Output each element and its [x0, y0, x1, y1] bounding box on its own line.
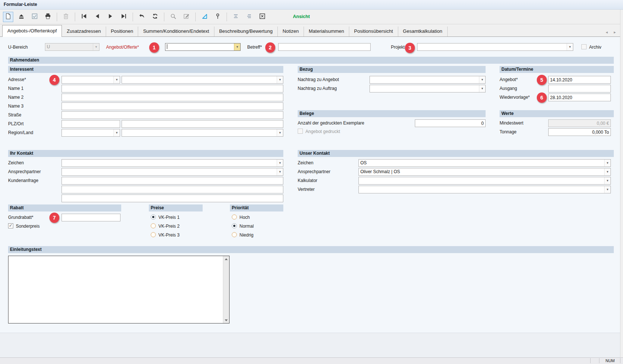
grundrabatt-input[interactable] — [62, 214, 120, 221]
pin-button[interactable] — [213, 12, 223, 22]
previous-record-button[interactable] — [92, 12, 102, 22]
tab-materialsummen[interactable]: Materialsummen — [304, 27, 349, 36]
ausgang-input[interactable] — [548, 85, 611, 92]
mindestwert-input[interactable] — [548, 119, 611, 127]
land-combobox[interactable] — [122, 129, 283, 137]
align-right-icon — [246, 13, 252, 21]
sonderpreis-checkbox[interactable] — [8, 223, 13, 228]
adresse-label: Adresse* — [8, 77, 26, 83]
edit-button[interactable] — [181, 12, 192, 22]
prioritaet-hoch-radio[interactable] — [232, 214, 237, 220]
plz-ort-label: PLZ/Ort — [8, 121, 24, 127]
strasse-input[interactable] — [62, 111, 283, 119]
combo-dropdown-icon[interactable] — [479, 85, 485, 92]
tonnage-input[interactable] — [548, 128, 611, 136]
angebot-gedruckt-checkbox[interactable] — [298, 129, 303, 134]
ort-input[interactable] — [122, 120, 283, 128]
undo-button[interactable] — [137, 12, 147, 22]
search-button[interactable] — [168, 12, 178, 22]
new-document-button[interactable] — [3, 12, 13, 22]
close-box-button[interactable] — [257, 12, 267, 22]
print-button[interactable] — [43, 12, 53, 22]
betreff-input[interactable] — [278, 43, 371, 51]
combo-dropdown-icon[interactable] — [234, 43, 240, 50]
last-record-button[interactable] — [119, 12, 129, 22]
angebot-datum-input[interactable] — [548, 76, 611, 84]
combo-dropdown-icon[interactable] — [93, 43, 99, 50]
kundenanfrage-input-2[interactable] — [62, 186, 283, 193]
ihr-ansprechpartner-combobox[interactable] — [62, 168, 283, 176]
unser-zeichen-combobox[interactable]: OS — [358, 159, 611, 167]
tab-scroll-right-icon[interactable] — [614, 30, 616, 35]
app-window: Formular-Leiste Ansicht Angebots-/Offert… — [0, 0, 623, 364]
confirm-checkbox-button[interactable] — [29, 12, 40, 22]
tab-summen-konditionen-endetext[interactable]: Summen/Konditionen/Endetext — [138, 27, 214, 36]
kundenanfrage-input-3[interactable] — [62, 195, 283, 202]
angebot-offerte-combobox[interactable] — [165, 43, 241, 51]
kundenanfrage-input-1[interactable] — [62, 177, 283, 185]
eject-button[interactable] — [16, 12, 27, 22]
tab-positionen[interactable]: Positionen — [106, 27, 139, 36]
combo-dropdown-icon[interactable] — [604, 186, 610, 193]
next-record-button[interactable] — [105, 12, 116, 22]
tab-angebots-offertenkopf[interactable]: Angebots-/Offertenkopf — [2, 25, 62, 37]
delete-button[interactable] — [61, 12, 71, 22]
region-combobox[interactable] — [62, 129, 120, 137]
combo-dropdown-icon[interactable] — [604, 177, 610, 184]
refresh-button[interactable] — [150, 12, 160, 22]
align-center-button[interactable] — [231, 12, 241, 22]
einleitungstext-textarea[interactable] — [8, 256, 230, 323]
wiedervorlage-input[interactable] — [548, 94, 611, 101]
align-right-button[interactable] — [244, 12, 254, 22]
vk-preis-2-radio[interactable] — [151, 223, 156, 228]
scroll-down-icon[interactable] — [223, 317, 229, 323]
rahmendaten-header: Rahmendaten — [8, 57, 614, 64]
tab-positionsuebersicht[interactable]: Positionsübersicht — [349, 27, 398, 36]
combo-dropdown-icon[interactable] — [113, 129, 120, 136]
name3-label: Name 3 — [8, 104, 24, 109]
first-record-button[interactable] — [79, 12, 89, 22]
anzahl-exemplare-input[interactable] — [415, 119, 486, 127]
adresse-name-combobox[interactable] — [122, 76, 283, 84]
pin-icon — [214, 13, 221, 21]
archiv-checkbox[interactable] — [581, 44, 587, 49]
plz-input[interactable] — [62, 120, 120, 128]
name1-input[interactable] — [62, 85, 283, 92]
vk-preis-1-radio[interactable] — [151, 214, 156, 220]
tab-notizen[interactable]: Notizen — [278, 27, 304, 36]
combo-dropdown-icon[interactable] — [277, 168, 283, 175]
textarea-scrollbar[interactable] — [223, 256, 229, 323]
name2-input[interactable] — [62, 94, 283, 101]
combo-dropdown-icon[interactable] — [277, 76, 283, 83]
nachtrag-angebot-combobox[interactable] — [370, 76, 486, 84]
vk-preis-3-radio[interactable] — [151, 232, 156, 237]
combo-dropdown-icon[interactable] — [277, 160, 283, 167]
tab-gesamtkalkulation[interactable]: Gesamtkalkulation — [398, 27, 448, 36]
next-record-icon — [107, 13, 114, 21]
tab-zusatzadressen[interactable]: Zusatzadressen — [62, 27, 106, 36]
num-indicator: NUM — [601, 358, 620, 363]
filter-button[interactable] — [199, 12, 210, 22]
adresse-name-value — [122, 76, 277, 83]
vertreter-combobox[interactable] — [358, 186, 611, 193]
combo-dropdown-icon[interactable] — [479, 76, 485, 83]
adresse-nr-combobox[interactable] — [62, 76, 120, 84]
tab-scroll-left-icon[interactable] — [606, 30, 608, 35]
unser-ansprechpartner-combobox[interactable]: Oliver Schmalz | OS — [358, 168, 611, 176]
combo-dropdown-icon[interactable] — [277, 129, 283, 136]
scroll-up-icon[interactable] — [223, 256, 229, 262]
nachtrag-auftrag-combobox[interactable] — [370, 85, 486, 92]
tab-beschreibung-bewertung[interactable]: Beschreibung/Bewertung — [214, 27, 278, 36]
kalkulator-combobox[interactable] — [358, 177, 611, 185]
prioritaet-normal-radio[interactable] — [232, 223, 237, 228]
projekt-combobox[interactable] — [417, 43, 573, 51]
ihr-zeichen-combobox[interactable] — [62, 159, 283, 167]
prioritaet-niedrig-radio[interactable] — [232, 232, 237, 237]
combo-dropdown-icon[interactable] — [113, 76, 120, 83]
belege-header: Belege — [298, 110, 486, 117]
combo-dropdown-icon[interactable] — [604, 160, 610, 167]
combo-dropdown-icon[interactable] — [604, 168, 610, 175]
u-bereich-combobox[interactable]: U — [45, 43, 99, 51]
combo-dropdown-icon[interactable] — [567, 43, 573, 50]
name3-input[interactable] — [62, 102, 283, 110]
